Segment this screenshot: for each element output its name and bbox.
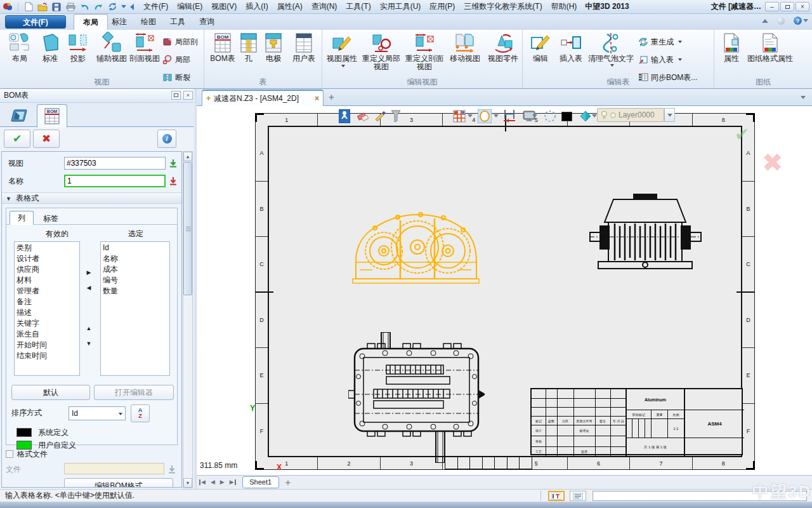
scroll-down-button[interactable]: ▼: [183, 478, 192, 488]
move-down-button[interactable]: ▼: [84, 340, 94, 347]
view-part-button[interactable]: 视图零件: [485, 31, 521, 81]
ellipse-dropdown-icon[interactable]: [494, 114, 499, 117]
tab-tools[interactable]: 工具: [161, 14, 194, 30]
section-view-button[interactable]: 剖面视图: [128, 31, 161, 81]
menu-view[interactable]: 视图(V): [207, 0, 241, 13]
menu-applications[interactable]: 应用(P): [425, 0, 459, 13]
list-item[interactable]: 供应商: [16, 264, 77, 275]
ghost-cancel-button[interactable]: ✖: [762, 150, 783, 175]
new-document-tab-button[interactable]: +: [329, 91, 334, 102]
menu-edit[interactable]: 编辑(E): [173, 0, 207, 13]
list-item[interactable]: 名称: [103, 253, 167, 264]
tab-annotation[interactable]: 标注: [103, 14, 136, 30]
sync-bom-button[interactable]: 同步BOM表...: [638, 70, 697, 85]
close-button[interactable]: ×: [796, 2, 809, 11]
list-item[interactable]: 开始时间: [16, 340, 77, 351]
help-button[interactable]: ?: [794, 17, 808, 25]
list-item[interactable]: 结束时间: [16, 351, 77, 361]
auxiliary-view-button[interactable]: 辅助视图: [93, 31, 131, 81]
menu-file[interactable]: 文件(F): [139, 0, 173, 13]
redefine-section-view-button[interactable]: 重定义剖面视图: [403, 31, 445, 81]
qat-collapse-icon[interactable]: [130, 4, 134, 10]
menu-tools[interactable]: 工具(T): [341, 0, 375, 13]
tab-close-icon[interactable]: ×: [315, 94, 319, 103]
standard-view-button[interactable]: 标准: [36, 31, 64, 81]
menu-insert[interactable]: 插入(I): [241, 0, 272, 13]
side-view[interactable]: [589, 193, 702, 277]
list-item[interactable]: 描述: [16, 307, 77, 318]
format-file-checkbox[interactable]: [6, 450, 13, 458]
list-item[interactable]: 设计者: [16, 253, 77, 264]
shaded-dropdown-icon[interactable]: [592, 114, 597, 117]
top-view[interactable]: [348, 332, 485, 463]
electrode-table-button[interactable]: 电极: [260, 31, 287, 81]
tab-drawing[interactable]: 绘图: [132, 14, 165, 30]
restore-button[interactable]: [780, 2, 794, 11]
bom-tab-active[interactable]: BOM: [37, 104, 67, 128]
list-item[interactable]: 材料: [16, 275, 77, 286]
tab-labels[interactable]: 标签: [36, 212, 66, 226]
open-file-icon[interactable]: [37, 2, 48, 12]
menu-utilities[interactable]: 实用工具(U): [376, 0, 426, 13]
minimize-button[interactable]: –: [765, 2, 779, 11]
view-pick-button[interactable]: [167, 157, 179, 169]
ok-button[interactable]: ✔: [4, 130, 30, 148]
layer-dropdown-button[interactable]: [664, 108, 675, 122]
qat-dropdown-icon[interactable]: [121, 5, 126, 8]
filter-icon[interactable]: [391, 108, 401, 124]
ghost-ok-button[interactable]: ✔: [735, 126, 749, 144]
tab-list-dropdown-icon[interactable]: [801, 96, 806, 99]
sort-mode-select[interactable]: Id: [69, 406, 126, 420]
sort-direction-button[interactable]: A Z: [131, 404, 150, 422]
list-item[interactable]: 编号: [103, 275, 167, 286]
open-editor-button[interactable]: 打开编辑器: [94, 385, 174, 400]
eraser-icon[interactable]: [357, 108, 369, 124]
list-item[interactable]: 派生自: [16, 329, 77, 340]
file-menu-button[interactable]: 文件(F): [5, 15, 66, 29]
broken-view-button[interactable]: 断裂: [162, 70, 190, 85]
bom-table-button[interactable]: BOM BOM表: [208, 31, 237, 81]
available-columns-list[interactable]: 类别 设计者 供应商 材料 管理者 备注 描述 关键字 派生自 开始时间 结束时…: [14, 241, 80, 376]
grid-dropdown-icon[interactable]: [468, 114, 473, 117]
list-item[interactable]: 备注: [16, 297, 77, 307]
first-sheet-button[interactable]: ◀: [199, 479, 206, 485]
last-sheet-button[interactable]: ▶: [230, 479, 236, 485]
dimension-icon[interactable]: [503, 108, 516, 124]
tab-inquire[interactable]: 查询: [190, 14, 223, 30]
view-attributes-button[interactable]: 视图属性: [325, 31, 359, 81]
message-log-button[interactable]: [570, 491, 586, 501]
menu-help[interactable]: 帮助(H): [547, 0, 582, 13]
new-file-icon[interactable]: [23, 2, 34, 12]
menu-attributes[interactable]: 属性(A): [273, 0, 307, 13]
insert-table-button[interactable]: 插入表: [556, 31, 586, 81]
sheet-tab-active[interactable]: Sheet1: [242, 476, 279, 488]
brush-icon[interactable]: [374, 108, 387, 124]
shaded-mode-icon[interactable]: [579, 108, 592, 124]
color-swatch-icon[interactable]: [561, 108, 572, 124]
move-view-button[interactable]: 移动视图: [447, 31, 483, 81]
list-item[interactable]: Id: [103, 243, 167, 253]
prev-sheet-button[interactable]: ◀: [211, 479, 215, 485]
local-view-button[interactable]: 局部: [162, 52, 190, 67]
panel-restore-button[interactable]: [171, 91, 181, 100]
next-sheet-button[interactable]: ▶: [220, 479, 225, 485]
undo-icon[interactable]: [79, 2, 89, 12]
layout-view-button[interactable]: 布局: [4, 31, 36, 81]
hole-table-button[interactable]: 孔: [239, 31, 259, 81]
edit-bom-format-button[interactable]: 编辑BOM格式: [64, 478, 173, 488]
list-item[interactable]: 管理者: [16, 286, 77, 297]
import-table-button[interactable]: 输入表: [638, 52, 682, 67]
scroll-up-button[interactable]: ▲: [183, 152, 192, 161]
redefine-local-view-button[interactable]: 重定义局部视图: [360, 31, 402, 81]
document-tab[interactable]: + 减速器N.Z3 - [ASM4_2D] ×: [202, 90, 324, 106]
user-table-button[interactable]: 用户表: [288, 31, 320, 81]
view-field-input[interactable]: [64, 157, 166, 170]
regenerate-button[interactable]: 重生成: [638, 34, 682, 50]
add-sheet-button[interactable]: +: [285, 478, 291, 488]
panel-close-button[interactable]: ×: [183, 91, 193, 100]
redo-icon[interactable]: [93, 2, 103, 12]
save-icon[interactable]: [51, 2, 62, 12]
default-button[interactable]: 默认: [11, 385, 90, 400]
sheet-settings-tab[interactable]: [5, 106, 33, 126]
ribbon-collapse-icon[interactable]: [762, 19, 768, 23]
